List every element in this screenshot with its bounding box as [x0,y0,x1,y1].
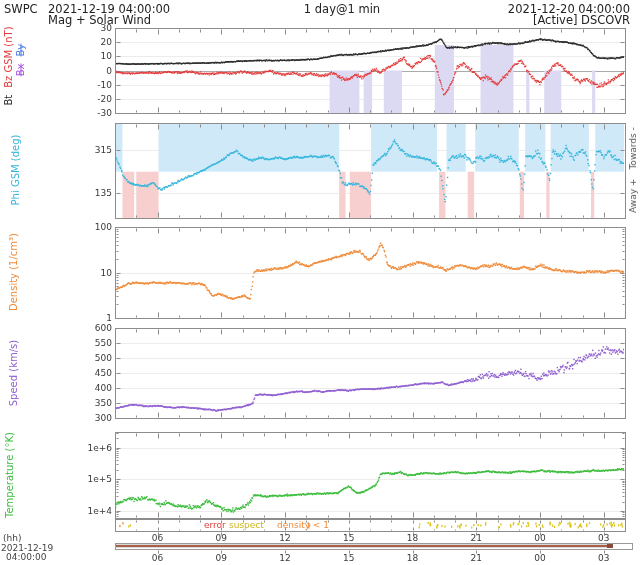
x-tick-label: 00 [534,553,545,563]
y-tick-label: 600 [95,323,112,333]
y-tick-label: 500 [95,353,112,363]
x-tick-label: 15 [343,553,354,563]
legend-error: error [204,520,226,530]
x-tick-label: 18 [407,553,418,563]
y-tick-label: -20 [97,94,112,104]
axis-title-phi: Phi GSM (deg) [10,135,21,206]
brand-swpc: SWPC [4,2,38,16]
y-tick-label: 1 [106,313,112,323]
sector-towards-label: Towards - [628,127,638,169]
time-range-scrollbar[interactable] [115,542,632,551]
y-tick-label: -10 [97,80,112,90]
y-tick-label: 1e+4 [87,506,112,516]
x-tick-label: 03 [598,553,609,563]
swpc-solar-wind-dashboard: { "header": { "brand": "SWPC", "start_ti… [0,0,640,565]
x-tick-label: 21 [471,553,482,563]
axis-title-speed: Speed (km/s) [8,340,19,406]
y-tick-label: 135 [95,188,112,198]
plot-duration: 1 day@1 min [304,2,380,16]
axis-title-density: Density (1/cm³) [8,233,19,311]
x-tick-label: 09 [216,553,227,563]
y-tick-label: 1e+5 [87,474,112,484]
y-tick-label: 10 [101,51,112,61]
axis-title-bfield: Bt Bz GSM (nT) [3,26,14,105]
data-source-status: [Active] DSCOVR [533,13,630,27]
y-tick-label: 20 [101,37,112,47]
axis-title-sector: Away + Towards - [628,127,638,213]
y-tick-label: 350 [95,398,112,408]
x-axis-unit-hh: (hh) [3,533,21,543]
y-tick-label: 100 [95,222,112,232]
y-tick-label: 450 [95,368,112,378]
y-tick-label: 10 [101,268,112,278]
axis-title-by-disabled[interactable]: By [15,44,26,57]
sector-away-label: Away + [628,179,638,213]
y-tick-label: 1e+6 [87,443,112,453]
legend-density-lt1: density < 1 [277,520,329,530]
axis-title-bt: Bt [3,95,14,106]
axis-title-bz: Bz GSM (nT) [3,26,14,87]
x-tick-label: 12 [279,553,290,563]
y-tick-label: 550 [95,338,112,348]
y-tick-label: 315 [95,145,112,155]
y-tick-label: 0 [106,66,112,76]
plot-subtitle: Mag + Solar Wind [48,13,151,27]
axis-title-bx-disabled[interactable]: Bx [15,64,26,77]
x-tick-label: 06 [152,553,163,563]
y-tick-label: -30 [97,108,112,118]
y-tick-label: 30 [101,23,112,33]
footer-time: 04:00:00 [6,552,46,562]
legend-suspect: suspect [229,520,264,530]
axis-title-temperature: Temperature (°K) [4,432,15,518]
axis-title-bxby: Bx By [15,44,26,77]
y-tick-label: 300 [95,413,112,423]
y-tick-label: 400 [95,383,112,393]
